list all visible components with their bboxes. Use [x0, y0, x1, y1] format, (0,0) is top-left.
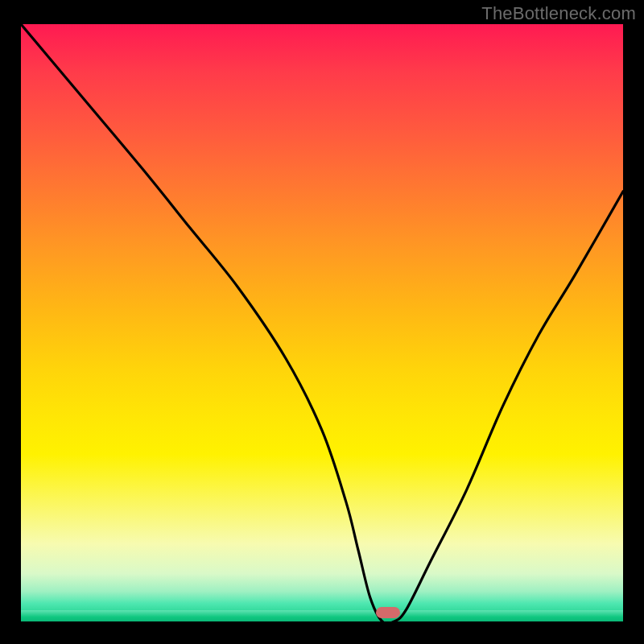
optimum-marker [376, 607, 400, 618]
attribution-label: TheBottleneck.com [481, 3, 636, 24]
chart-frame: TheBottleneck.com [0, 0, 644, 644]
bottleneck-curve [21, 24, 623, 621]
plot-area [21, 24, 623, 621]
